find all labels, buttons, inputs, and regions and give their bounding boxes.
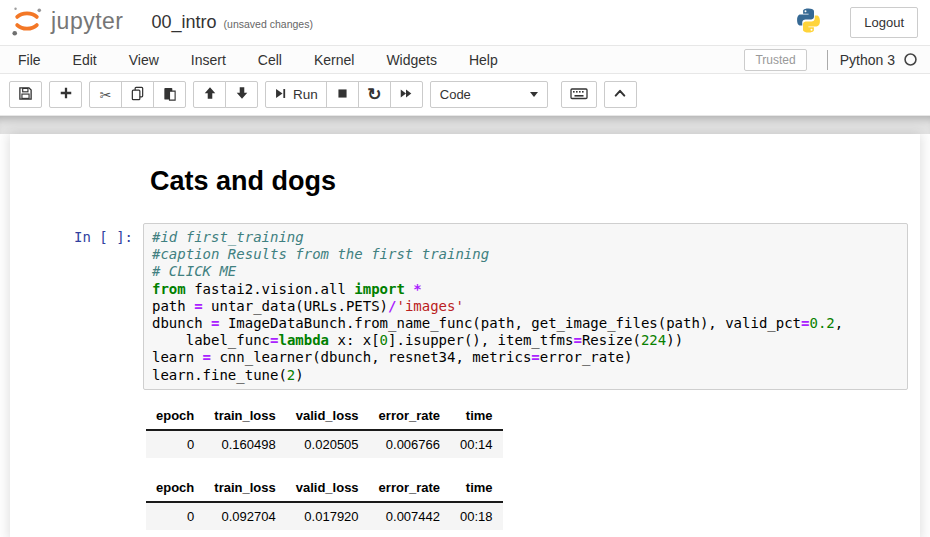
code-line: #caption Results from the first training (152, 246, 899, 263)
toolbar: ✂ (0, 74, 930, 116)
menu-item-widgets[interactable]: Widgets (370, 47, 453, 73)
logout-button[interactable]: Logout (850, 7, 918, 38)
table-header: epoch (146, 475, 204, 502)
code-line: from fastai2.vision.all import * (152, 281, 899, 298)
cell-output: epochtrain_lossvalid_losserror_ratetime0… (146, 403, 920, 458)
code-line: # CLICK ME (152, 263, 899, 280)
paste-cell-button[interactable] (153, 81, 186, 108)
table-header: epoch (146, 403, 204, 430)
notebook-header: jupyter 00_intro (unsaved changes) Logou… (0, 0, 930, 45)
training-results-table: epochtrain_lossvalid_losserror_ratetime0… (146, 475, 503, 537)
code-line: learn.fine_tune(2) (152, 367, 899, 384)
table-header: valid_loss (286, 403, 369, 430)
table-cell: 00:14 (450, 430, 503, 458)
jupyter-logo-text: jupyter (51, 8, 124, 35)
menu-bar: File Edit View Insert Cell Kernel Widget… (0, 45, 930, 74)
menu-item-help[interactable]: Help (453, 47, 514, 73)
table-row: 10.0277850.0124490.00541300:18 (146, 530, 503, 537)
move-cell-down-button[interactable] (225, 81, 258, 108)
keyboard-icon (570, 86, 588, 104)
restart-kernel-button[interactable]: ↻ (358, 81, 391, 108)
menu-item-file[interactable]: File (2, 47, 57, 73)
floppy-icon (18, 86, 33, 104)
table-row: 00.0927040.0179200.00744200:18 (146, 502, 503, 530)
step-forward-icon (274, 87, 287, 103)
table-header: train_loss (204, 475, 285, 502)
training-results-table: epochtrain_lossvalid_losserror_ratetime0… (146, 403, 503, 458)
run-button[interactable]: Run (265, 81, 327, 108)
move-cell-up-button[interactable] (193, 81, 226, 108)
jupyter-logo[interactable]: jupyter (8, 3, 124, 43)
cell-type-value: Code (440, 87, 471, 102)
cell-type-select[interactable]: Code (430, 81, 548, 108)
menubar-divider (827, 50, 828, 70)
code-cell[interactable]: In [ ]: #id first_training#caption Resul… (10, 223, 920, 390)
code-line: label_func=lambda x: x[0].isupper(), ite… (152, 332, 899, 349)
table-header: error_rate (369, 403, 450, 430)
table-header: error_rate (369, 475, 450, 502)
fast-forward-icon (399, 87, 413, 103)
menu-item-cell[interactable]: Cell (242, 47, 298, 73)
menu-item-kernel[interactable]: Kernel (298, 47, 370, 73)
menu-item-edit[interactable]: Edit (57, 47, 113, 73)
table-cell: 0.005413 (369, 530, 450, 537)
cell-output-area: epochtrain_lossvalid_losserror_ratetime0… (146, 403, 920, 537)
table-header: time (450, 403, 503, 430)
scissors-icon: ✂ (100, 88, 112, 102)
table-cell: 0.017920 (286, 502, 369, 530)
table-cell: 0.160498 (204, 430, 285, 458)
interrupt-kernel-button[interactable] (326, 81, 359, 108)
autosave-status: (unsaved changes) (224, 18, 313, 30)
kernel-name: Python 3 (840, 52, 895, 68)
restart-icon: ↻ (367, 84, 381, 105)
code-input[interactable]: #id first_training#caption Results from … (143, 223, 908, 390)
code-line: path = untar_data(URLs.PETS)/'images' (152, 298, 899, 315)
restart-run-all-button[interactable] (390, 81, 423, 108)
code-line: #id first_training (152, 229, 899, 246)
arrow-down-icon (235, 86, 249, 103)
trusted-badge: Trusted (744, 49, 806, 71)
table-cell: 00:18 (450, 502, 503, 530)
table-header: valid_loss (286, 475, 369, 502)
python-logo-icon (795, 7, 822, 38)
notebook-container: Cats and dogs In [ ]: #id first_training… (10, 134, 920, 537)
notebook-title[interactable]: 00_intro (152, 12, 217, 33)
cut-cell-button[interactable]: ✂ (89, 81, 122, 108)
table-cell: 0.020505 (286, 430, 369, 458)
command-palette-button[interactable] (561, 81, 597, 108)
chevron-up-icon (613, 87, 627, 102)
table-cell: 0.006766 (369, 430, 450, 458)
jupyter-logo-icon (8, 3, 46, 43)
table-row: 00.1604980.0205050.00676600:14 (146, 430, 503, 458)
add-cell-button[interactable] (49, 81, 82, 108)
stop-icon (336, 87, 349, 103)
table-cell: 0.027785 (204, 530, 285, 537)
code-line: dbunch = ImageDataBunch.from_name_func(p… (152, 315, 899, 332)
table-cell: 1 (146, 530, 204, 537)
table-cell: 0 (146, 502, 204, 530)
code-line: learn = cnn_learner(dbunch, resnet34, me… (152, 349, 899, 366)
table-header: time (450, 475, 503, 502)
table-cell: 0.092704 (204, 502, 285, 530)
paste-icon (162, 86, 177, 104)
menu-item-insert[interactable]: Insert (175, 47, 242, 73)
save-button[interactable] (9, 81, 42, 108)
copy-icon (130, 86, 145, 104)
plus-icon (59, 86, 73, 103)
caret-down-icon (530, 92, 538, 97)
table-cell: 0 (146, 430, 204, 458)
site-shadow-band (0, 116, 930, 134)
cell-output: epochtrain_lossvalid_losserror_ratetime0… (146, 475, 920, 537)
table-header: train_loss (204, 403, 285, 430)
run-button-label: Run (293, 87, 318, 102)
table-cell: 00:18 (450, 530, 503, 537)
arrow-up-icon (203, 86, 217, 103)
menu-item-view[interactable]: View (113, 47, 175, 73)
cell-prompt: In [ ]: (10, 223, 143, 390)
table-cell: 0.007442 (369, 502, 450, 530)
markdown-heading[interactable]: Cats and dogs (150, 166, 920, 197)
copy-cell-button[interactable] (121, 81, 154, 108)
kernel-idle-icon (903, 52, 918, 67)
table-cell: 0.012449 (286, 530, 369, 537)
toolbar-collapse-button[interactable] (604, 81, 637, 108)
